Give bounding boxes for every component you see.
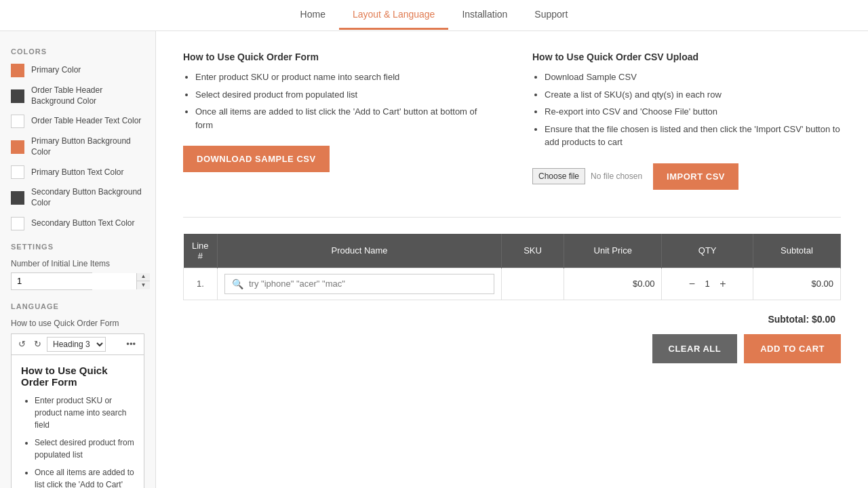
line-items-label: Number of Initial Line Items: [11, 259, 144, 268]
editor-list-item-1: Enter product SKU or product name into s…: [35, 394, 134, 431]
qty-decrease-btn[interactable]: −: [689, 279, 695, 289]
divider: [183, 217, 841, 218]
color-label-secondary-btn-text: Secondary Button Text Color: [31, 218, 135, 229]
nav-item-layout[interactable]: Layout & Language: [339, 1, 448, 30]
color-item-primary-btn-bg[interactable]: Primary Button Background Color: [11, 136, 144, 157]
color-swatch-order-table-header-text: [11, 115, 24, 128]
top-navigation: Home Layout & Language Installation Supp…: [0, 0, 868, 31]
product-search-box: 🔍: [224, 274, 494, 294]
color-item-order-table-header-text[interactable]: Order Table Header Text Color: [11, 115, 144, 128]
color-label-order-table-header-text: Order Table Header Text Color: [31, 116, 141, 127]
color-swatch-order-table-header-bg: [11, 89, 24, 103]
add-to-cart-btn[interactable]: ADD TO CART: [744, 334, 841, 363]
colors-section-title: COLORS: [11, 47, 144, 56]
clear-all-btn[interactable]: CLEAR ALL: [652, 334, 738, 363]
nav-item-home[interactable]: Home: [287, 1, 339, 30]
color-item-order-table-header-bg[interactable]: Order Table Header Background Color: [11, 85, 144, 106]
color-items: Primary Color Order Table Header Backgro…: [11, 64, 144, 230]
file-input-group: Choose file No file chosen: [532, 168, 642, 184]
color-swatch-primary-btn-bg: [11, 140, 24, 154]
csv-upload-title: How to Use Quick Order CSV Upload: [532, 52, 841, 62]
csv-item-1: Download Sample CSV: [545, 70, 841, 84]
csv-item-3: Re-export into CSV and 'Choose File' but…: [545, 105, 841, 119]
how-to-use-title: How to Use Quick Order Form: [183, 52, 492, 62]
line-number-cell: 1.: [184, 268, 218, 300]
line-items-input-group: ▲ ▼: [11, 272, 92, 290]
color-label-primary-btn-text: Primary Button Text Color: [31, 167, 124, 178]
language-form-label: How to use Quick Order Form: [11, 319, 144, 328]
product-name-cell: 🔍: [218, 268, 502, 300]
color-label-order-table-header-bg: Order Table Header Background Color: [31, 85, 144, 106]
qty-control: − 1 +: [669, 279, 745, 289]
table-bottom: Subtotal: $0.00 CLEAR ALL ADD TO CART: [183, 314, 841, 363]
table-row: 1. 🔍 $0.00 − 1 +: [184, 268, 841, 300]
color-item-secondary-btn-bg[interactable]: Secondary Button Background Color: [11, 187, 144, 208]
subtotal-row: Subtotal: $0.00: [183, 314, 841, 325]
header-sku: SKU: [502, 234, 564, 268]
how-to-use-col: How to Use Quick Order Form Enter produc…: [183, 52, 492, 197]
editor-list-item-3: Once all items are added to list click t…: [35, 466, 134, 488]
import-csv-btn[interactable]: IMPORT CSV: [653, 163, 738, 190]
product-search-input[interactable]: [249, 279, 487, 289]
header-subtotal: Subtotal: [753, 234, 840, 268]
color-swatch-primary-color: [11, 64, 24, 77]
how-to-use-list: Enter product SKU or product name into s…: [183, 70, 492, 131]
action-buttons: CLEAR ALL ADD TO CART: [183, 334, 841, 363]
color-item-primary-color[interactable]: Primary Color: [11, 64, 144, 77]
color-item-primary-btn-text[interactable]: Primary Button Text Color: [11, 165, 144, 179]
color-label-primary-color: Primary Color: [31, 65, 81, 76]
editor-content: How to Use Quick Order Form Enter produc…: [11, 355, 144, 488]
nav-item-installation[interactable]: Installation: [448, 1, 521, 30]
header-product-name: Product Name: [218, 234, 502, 268]
stepper-up-btn[interactable]: ▲: [136, 273, 150, 281]
nav-item-support[interactable]: Support: [521, 1, 581, 30]
csv-upload-list: Download Sample CSV Create a list of SKU…: [532, 70, 841, 149]
main-content: How to Use Quick Order Form Enter produc…: [156, 31, 868, 488]
stepper-down-btn[interactable]: ▼: [136, 281, 150, 289]
search-icon: 🔍: [232, 279, 243, 289]
sidebar: COLORS Primary Color Order Table Header …: [0, 31, 156, 488]
choose-file-btn[interactable]: Choose file: [532, 168, 585, 184]
editor-list-item-2: Select desired product from populated li…: [35, 436, 134, 461]
order-table: Line # Product Name SKU Unit Price QTY S…: [183, 234, 841, 300]
how-to-use-item-2: Select desired product from populated li…: [195, 88, 492, 102]
heading-select[interactable]: Heading 3 Heading 1 Heading 2 Heading 4 …: [47, 337, 106, 352]
undo-btn[interactable]: ↺: [16, 338, 28, 350]
csv-actions: Choose file No file chosen IMPORT CSV: [532, 163, 841, 190]
unit-price-cell: $0.00: [564, 268, 661, 300]
language-section-title: LANGUAGE: [11, 302, 144, 310]
no-file-text: No file chosen: [591, 171, 642, 181]
qty-cell: − 1 +: [662, 268, 753, 300]
editor-toolbar: ↺ ↻ Heading 3 Heading 1 Heading 2 Headin…: [11, 333, 144, 355]
how-to-use-item-1: Enter product SKU or product name into s…: [195, 70, 492, 84]
csv-item-2: Create a list of SKU(s) and qty(s) in ea…: [545, 88, 841, 102]
redo-btn[interactable]: ↻: [31, 338, 44, 350]
line-items-stepper: ▲ ▼: [136, 273, 150, 289]
download-csv-btn[interactable]: DOWNLOAD SAMPLE CSV: [183, 146, 330, 172]
color-swatch-secondary-btn-bg: [11, 191, 24, 205]
subtotal-cell: $0.00: [753, 268, 840, 300]
qty-value: 1: [701, 279, 714, 289]
header-unit-price: Unit Price: [564, 234, 661, 268]
csv-upload-col: How to Use Quick Order CSV Upload Downlo…: [532, 52, 841, 197]
color-swatch-primary-btn-text: [11, 165, 24, 179]
editor-list: Enter product SKU or product name into s…: [21, 394, 134, 488]
editor-heading: How to Use Quick Order Form: [21, 365, 134, 388]
settings-section: SETTINGS Number of Initial Line Items ▲ …: [11, 243, 144, 290]
table-header-row: Line # Product Name SKU Unit Price QTY S…: [184, 234, 841, 268]
color-item-secondary-btn-text[interactable]: Secondary Button Text Color: [11, 217, 144, 230]
color-label-primary-btn-bg: Primary Button Background Color: [31, 136, 144, 157]
toolbar-more-btn[interactable]: •••: [122, 338, 140, 350]
line-items-input[interactable]: [12, 273, 136, 289]
how-to-use-item-3: Once all items are added to list click t…: [195, 105, 492, 131]
csv-item-4: Ensure that the file chosen is listed an…: [545, 123, 841, 149]
qty-increase-btn[interactable]: +: [719, 279, 726, 289]
settings-section-title: SETTINGS: [11, 243, 144, 251]
language-section: LANGUAGE How to use Quick Order Form ↺ ↻…: [11, 302, 144, 488]
header-line-num: Line #: [184, 234, 218, 268]
sku-cell: [502, 268, 564, 300]
header-qty: QTY: [662, 234, 753, 268]
color-label-secondary-btn-bg: Secondary Button Background Color: [31, 187, 144, 208]
info-columns: How to Use Quick Order Form Enter produc…: [183, 52, 841, 197]
color-swatch-secondary-btn-text: [11, 217, 24, 230]
